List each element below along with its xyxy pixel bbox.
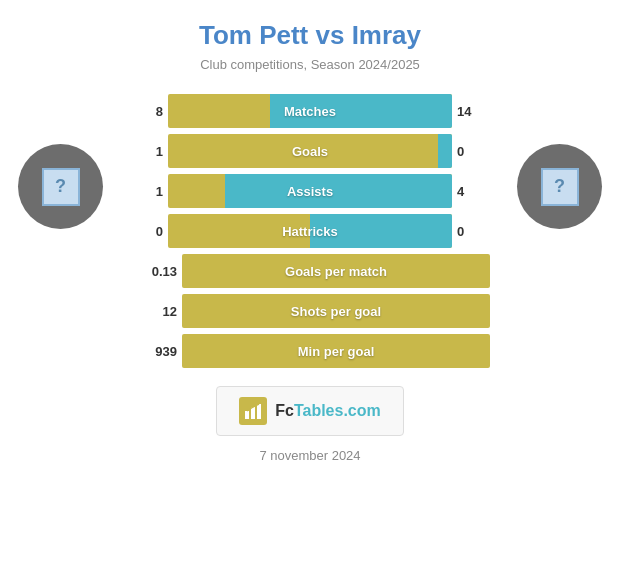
matches-bar: Matches xyxy=(168,94,452,128)
matches-right-val: 14 xyxy=(452,104,490,119)
hattricks-right-val: 0 xyxy=(452,224,490,239)
assists-bar-right xyxy=(225,174,452,208)
main-card: Tom Pett vs Imray Club competitions, Sea… xyxy=(0,0,620,580)
stat-row-assists: 1 Assists 4 xyxy=(130,174,490,208)
logo-section: FcTables.com 7 november 2024 xyxy=(216,386,404,463)
goals-left-val: 1 xyxy=(130,144,168,159)
assists-label: Assists xyxy=(287,184,333,199)
shots-per-goal-bar: Shots per goal xyxy=(182,294,490,328)
match-title: Tom Pett vs Imray xyxy=(199,20,421,51)
min-per-goal-label: Min per goal xyxy=(298,344,375,359)
shots-per-goal-val: 12 xyxy=(130,304,182,319)
logo-chart-icon xyxy=(243,401,263,421)
match-subtitle: Club competitions, Season 2024/2025 xyxy=(200,57,420,72)
stat-row-shots-per-goal: 12 Shots per goal xyxy=(130,294,490,328)
logo-text-colored: Tables.com xyxy=(294,402,381,419)
stat-row-min-per-goal: 939 Min per goal xyxy=(130,334,490,368)
assists-right-val: 4 xyxy=(452,184,490,199)
hattricks-bar: Hattricks xyxy=(168,214,452,248)
goals-right-val: 0 xyxy=(452,144,490,159)
assists-bar: Assists xyxy=(168,174,452,208)
goals-per-match-val: 0.13 xyxy=(130,264,182,279)
assists-left-val: 1 xyxy=(130,184,168,199)
goals-per-match-bar: Goals per match xyxy=(182,254,490,288)
goals-bar-right xyxy=(438,134,452,168)
hattricks-label: Hattricks xyxy=(282,224,338,239)
stats-section: ? ? 8 Matches 14 1 xyxy=(0,94,620,368)
stat-row-goals-per-match: 0.13 Goals per match xyxy=(130,254,490,288)
logo-icon xyxy=(239,397,267,425)
min-per-goal-val: 939 xyxy=(130,344,182,359)
svg-rect-0 xyxy=(245,411,249,419)
matches-left-val: 8 xyxy=(130,104,168,119)
goals-label: Goals xyxy=(292,144,328,159)
stat-row-hattricks: 0 Hattricks 0 xyxy=(130,214,490,248)
svg-rect-2 xyxy=(257,404,261,419)
matches-label: Matches xyxy=(284,104,336,119)
goals-per-match-label: Goals per match xyxy=(285,264,387,279)
min-per-goal-bar: Min per goal xyxy=(182,334,490,368)
footer-date: 7 november 2024 xyxy=(259,448,360,463)
bars-container: 8 Matches 14 1 Goals 0 1 xyxy=(130,94,490,368)
shots-per-goal-label: Shots per goal xyxy=(291,304,381,319)
stat-row-matches: 8 Matches 14 xyxy=(130,94,490,128)
goals-bar: Goals xyxy=(168,134,452,168)
player-left-icon: ? xyxy=(42,168,80,206)
player-right-icon: ? xyxy=(541,168,579,206)
hattricks-left-val: 0 xyxy=(130,224,168,239)
player-left-avatar: ? xyxy=(18,144,103,229)
stat-row-goals: 1 Goals 0 xyxy=(130,134,490,168)
fctables-logo[interactable]: FcTables.com xyxy=(216,386,404,436)
logo-text: FcTables.com xyxy=(275,402,381,420)
player-right-avatar: ? xyxy=(517,144,602,229)
